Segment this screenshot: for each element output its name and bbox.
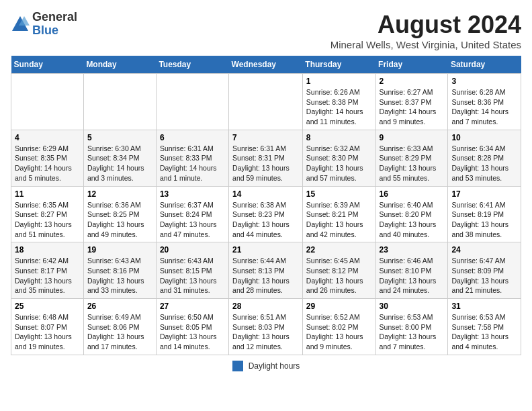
cell-info: Sunrise: 6:43 AM Sunset: 8:15 PM Dayligh… <box>160 256 225 295</box>
calendar-cell: 12Sunrise: 6:36 AM Sunset: 8:25 PM Dayli… <box>83 186 156 242</box>
calendar-cell: 14Sunrise: 6:38 AM Sunset: 8:23 PM Dayli… <box>229 186 303 242</box>
cell-info: Sunrise: 6:29 AM Sunset: 8:35 PM Dayligh… <box>15 144 80 183</box>
cell-info: Sunrise: 6:36 AM Sunset: 8:25 PM Dayligh… <box>87 200 152 240</box>
day-number: 15 <box>306 189 372 199</box>
calendar-cell <box>156 74 228 130</box>
calendar-cell: 25Sunrise: 6:48 AM Sunset: 8:07 PM Dayli… <box>11 299 84 355</box>
subtitle: Mineral Wells, West Virginia, United Sta… <box>330 39 521 50</box>
cell-info: Sunrise: 6:38 AM Sunset: 8:23 PM Dayligh… <box>232 200 299 240</box>
day-number: 7 <box>232 133 299 142</box>
cell-info: Sunrise: 6:53 AM Sunset: 7:58 PM Dayligh… <box>451 312 517 352</box>
legend-color-box <box>232 361 243 371</box>
day-number: 5 <box>87 133 152 142</box>
cell-info: Sunrise: 6:48 AM Sunset: 8:07 PM Dayligh… <box>15 312 80 352</box>
day-number: 31 <box>451 302 517 311</box>
cell-info: Sunrise: 6:50 AM Sunset: 8:05 PM Dayligh… <box>160 312 225 352</box>
calendar-cell: 2Sunrise: 6:27 AM Sunset: 8:37 PM Daylig… <box>375 74 448 130</box>
cell-info: Sunrise: 6:46 AM Sunset: 8:10 PM Dayligh… <box>380 256 445 295</box>
calendar-cell: 3Sunrise: 6:28 AM Sunset: 8:36 PM Daylig… <box>448 74 521 130</box>
day-number: 3 <box>451 77 517 86</box>
calendar-cell: 11Sunrise: 6:35 AM Sunset: 8:27 PM Dayli… <box>11 186 84 242</box>
cell-info: Sunrise: 6:51 AM Sunset: 8:03 PM Dayligh… <box>232 312 299 352</box>
calendar-cell: 28Sunrise: 6:51 AM Sunset: 8:03 PM Dayli… <box>229 299 303 355</box>
calendar-cell: 9Sunrise: 6:33 AM Sunset: 8:29 PM Daylig… <box>375 130 448 186</box>
cell-info: Sunrise: 6:44 AM Sunset: 8:13 PM Dayligh… <box>232 256 299 295</box>
calendar-cell: 18Sunrise: 6:42 AM Sunset: 8:17 PM Dayli… <box>11 242 84 299</box>
cell-info: Sunrise: 6:52 AM Sunset: 8:02 PM Dayligh… <box>306 312 372 352</box>
day-number: 4 <box>15 133 80 142</box>
calendar-cell: 4Sunrise: 6:29 AM Sunset: 8:35 PM Daylig… <box>11 130 84 186</box>
calendar-cell: 15Sunrise: 6:39 AM Sunset: 8:21 PM Dayli… <box>302 186 375 242</box>
calendar-cell: 13Sunrise: 6:37 AM Sunset: 8:24 PM Dayli… <box>156 186 228 242</box>
day-number: 17 <box>451 189 517 199</box>
day-number: 10 <box>451 133 517 142</box>
day-number: 20 <box>160 245 225 255</box>
logo: General Blue <box>11 11 77 38</box>
day-number: 16 <box>380 189 445 199</box>
calendar-header-tuesday: Tuesday <box>156 56 228 74</box>
cell-info: Sunrise: 6:28 AM Sunset: 8:36 PM Dayligh… <box>451 87 517 127</box>
day-number: 24 <box>451 245 517 255</box>
calendar-cell <box>83 74 156 130</box>
cell-info: Sunrise: 6:47 AM Sunset: 8:09 PM Dayligh… <box>451 256 517 295</box>
calendar-cell: 31Sunrise: 6:53 AM Sunset: 7:58 PM Dayli… <box>448 299 521 355</box>
day-number: 2 <box>380 77 445 86</box>
calendar-week-row-3: 11Sunrise: 6:35 AM Sunset: 8:27 PM Dayli… <box>11 186 521 242</box>
day-number: 11 <box>15 189 80 199</box>
day-number: 27 <box>160 302 225 311</box>
cell-info: Sunrise: 6:27 AM Sunset: 8:37 PM Dayligh… <box>380 87 445 127</box>
calendar-cell: 7Sunrise: 6:31 AM Sunset: 8:31 PM Daylig… <box>229 130 303 186</box>
calendar-cell: 6Sunrise: 6:31 AM Sunset: 8:33 PM Daylig… <box>156 130 228 186</box>
cell-info: Sunrise: 6:33 AM Sunset: 8:29 PM Dayligh… <box>380 144 445 183</box>
cell-info: Sunrise: 6:31 AM Sunset: 8:31 PM Dayligh… <box>232 144 299 183</box>
main-title: August 2024 <box>330 11 521 39</box>
day-number: 9 <box>380 133 445 142</box>
calendar-cell: 20Sunrise: 6:43 AM Sunset: 8:15 PM Dayli… <box>156 242 228 299</box>
calendar-cell: 1Sunrise: 6:26 AM Sunset: 8:38 PM Daylig… <box>302 74 375 130</box>
calendar-cell: 16Sunrise: 6:40 AM Sunset: 8:20 PM Dayli… <box>375 186 448 242</box>
calendar-cell: 24Sunrise: 6:47 AM Sunset: 8:09 PM Dayli… <box>448 242 521 299</box>
calendar-cell: 22Sunrise: 6:45 AM Sunset: 8:12 PM Dayli… <box>302 242 375 299</box>
calendar-table: SundayMondayTuesdayWednesdayThursdayFrid… <box>11 56 521 355</box>
day-number: 19 <box>87 245 152 255</box>
day-number: 29 <box>306 302 372 311</box>
cell-info: Sunrise: 6:32 AM Sunset: 8:30 PM Dayligh… <box>306 144 372 183</box>
legend-label: Daylight hours <box>249 361 300 371</box>
day-number: 30 <box>380 302 445 311</box>
day-number: 28 <box>232 302 299 311</box>
calendar-cell: 29Sunrise: 6:52 AM Sunset: 8:02 PM Dayli… <box>302 299 375 355</box>
day-number: 12 <box>87 189 152 199</box>
day-number: 8 <box>306 133 372 142</box>
logo-blue-text: Blue <box>32 24 77 38</box>
day-number: 26 <box>87 302 152 311</box>
calendar-cell: 19Sunrise: 6:43 AM Sunset: 8:16 PM Dayli… <box>83 242 156 299</box>
cell-info: Sunrise: 6:42 AM Sunset: 8:17 PM Dayligh… <box>15 256 80 295</box>
cell-info: Sunrise: 6:40 AM Sunset: 8:20 PM Dayligh… <box>380 200 445 240</box>
day-number: 18 <box>15 245 80 255</box>
day-number: 14 <box>232 189 299 199</box>
calendar-header-thursday: Thursday <box>302 56 375 74</box>
calendar-header-saturday: Saturday <box>448 56 521 74</box>
day-number: 25 <box>15 302 80 311</box>
cell-info: Sunrise: 6:53 AM Sunset: 8:00 PM Dayligh… <box>380 312 445 352</box>
calendar-footer: Daylight hours <box>11 361 521 371</box>
cell-info: Sunrise: 6:35 AM Sunset: 8:27 PM Dayligh… <box>15 200 80 240</box>
calendar-header-monday: Monday <box>83 56 156 74</box>
day-number: 22 <box>306 245 372 255</box>
calendar-header-wednesday: Wednesday <box>229 56 303 74</box>
calendar-cell: 30Sunrise: 6:53 AM Sunset: 8:00 PM Dayli… <box>375 299 448 355</box>
cell-info: Sunrise: 6:43 AM Sunset: 8:16 PM Dayligh… <box>87 256 152 295</box>
calendar-cell: 27Sunrise: 6:50 AM Sunset: 8:05 PM Dayli… <box>156 299 228 355</box>
calendar-week-row-1: 1Sunrise: 6:26 AM Sunset: 8:38 PM Daylig… <box>11 74 521 130</box>
day-number: 6 <box>160 133 225 142</box>
calendar-cell: 17Sunrise: 6:41 AM Sunset: 8:19 PM Dayli… <box>448 186 521 242</box>
cell-info: Sunrise: 6:26 AM Sunset: 8:38 PM Dayligh… <box>306 87 372 127</box>
day-number: 23 <box>380 245 445 255</box>
calendar-header-row: SundayMondayTuesdayWednesdayThursdayFrid… <box>11 56 521 74</box>
logo-general-text: General <box>32 11 77 24</box>
title-block: August 2024 Mineral Wells, West Virginia… <box>330 11 521 50</box>
logo-icon <box>11 15 30 34</box>
cell-info: Sunrise: 6:39 AM Sunset: 8:21 PM Dayligh… <box>306 200 372 240</box>
calendar-cell: 8Sunrise: 6:32 AM Sunset: 8:30 PM Daylig… <box>302 130 375 186</box>
calendar-header-sunday: Sunday <box>11 56 84 74</box>
